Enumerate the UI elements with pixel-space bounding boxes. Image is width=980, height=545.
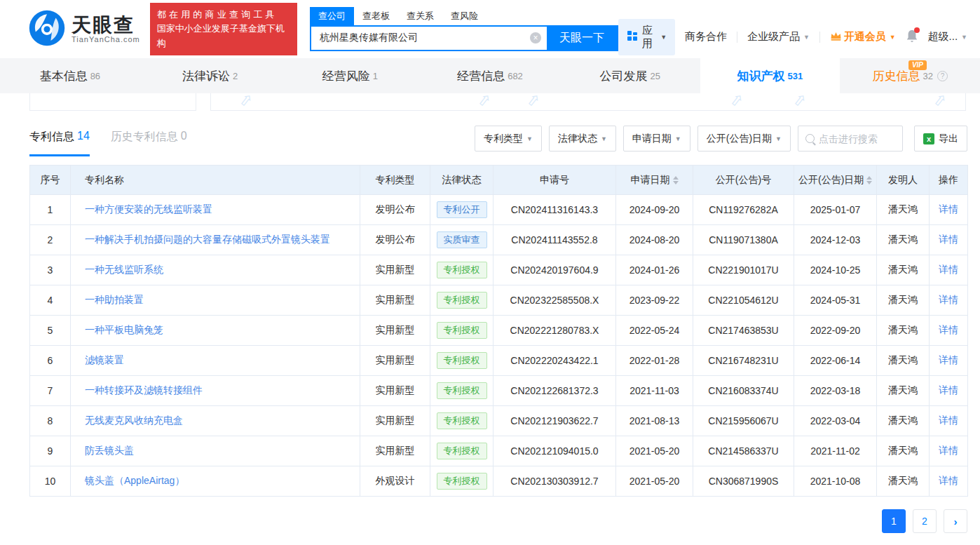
table-search-input[interactable] <box>819 133 895 144</box>
patent-name-link[interactable]: 防丢镜头盖 <box>85 445 134 456</box>
detail-link[interactable]: 详情 <box>939 234 958 245</box>
detail-link[interactable]: 详情 <box>939 475 958 486</box>
patent-name-link[interactable]: 一种平板电脑兔笼 <box>85 324 163 335</box>
cell-patent-name: 一种方便安装的无线监听装置 <box>71 195 360 225</box>
filter-patent-type[interactable]: 专利类型▼ <box>475 126 542 152</box>
table-row: 9防丢镜头盖实用新型专利授权CN202121094015.02021-05-20… <box>30 436 968 466</box>
search-tab-boss[interactable]: 查老板 <box>354 7 398 25</box>
sub-tab-patent-info[interactable]: 专利信息14 <box>29 130 90 156</box>
nav-tab-legal-litigation[interactable]: 法律诉讼2 <box>140 58 280 93</box>
cell-action: 详情 <box>930 255 968 285</box>
cell-patent-type: 实用新型 <box>360 285 430 316</box>
cell-publication-date: 2022-03-18 <box>794 376 877 406</box>
apps-grid-icon <box>627 30 638 43</box>
nav-tab-operation-info[interactable]: 经营信息682 <box>420 58 560 93</box>
sort-icon[interactable] <box>673 176 679 184</box>
cell-legal-status: 专利授权 <box>430 285 494 316</box>
detail-link[interactable]: 详情 <box>939 203 958 215</box>
menu-super-vip[interactable]: 超级... ▼ <box>928 30 967 43</box>
search-tabs: 查公司查老板查关系查风险 <box>310 8 618 25</box>
patent-name-link[interactable]: 一种解决手机拍摄问题的大容量存储磁吸式外置镜头装置 <box>85 234 330 245</box>
nav-tab-label: 法律诉讼 <box>182 68 230 84</box>
cell-application-date: 2024-09-20 <box>616 195 693 225</box>
table-search-box[interactable] <box>798 126 903 152</box>
patent-name-link[interactable]: 滤镜装置 <box>85 354 124 365</box>
export-button[interactable]: x 导出 <box>914 126 967 152</box>
pagination: 12› <box>29 509 967 533</box>
patent-name-link[interactable]: 一种无线监听系统 <box>85 264 163 275</box>
sub-tab-history-patent-info[interactable]: 历史专利信息0 <box>111 130 187 156</box>
search-tab-relation[interactable]: 查关系 <box>398 7 442 25</box>
legal-status-badge: 专利授权 <box>437 322 487 339</box>
help-icon[interactable]: ? <box>937 71 948 81</box>
table-row: 10镜头盖（AppleAirtag）外观设计专利授权CN202130303912… <box>30 466 968 497</box>
brand-name: 天眼查 <box>72 15 140 35</box>
search-tab-risk[interactable]: 查风险 <box>442 7 486 25</box>
clear-search-icon[interactable]: × <box>530 32 541 43</box>
chevron-down-icon: ▼ <box>660 34 667 41</box>
cell-patent-name: 一种平板电脑兔笼 <box>71 316 360 346</box>
menu-business-cooperation[interactable]: 商务合作 <box>685 30 727 43</box>
next-page-button[interactable]: › <box>944 509 967 533</box>
patent-name-link[interactable]: 一种助拍装置 <box>85 294 144 305</box>
detail-link[interactable]: 详情 <box>939 264 958 275</box>
nav-tab-count: 2 <box>233 71 238 81</box>
cell-inventor: 潘天鸿 <box>877 436 930 466</box>
vip-badge: VIP <box>908 60 927 70</box>
nav-tab-basic-info[interactable]: 基本信息86 <box>0 58 140 93</box>
excel-icon: x <box>923 133 934 144</box>
filter-legal-status[interactable]: 法律状态▼ <box>549 126 616 152</box>
filter-label: 专利类型 <box>484 133 523 145</box>
column-header-label: 申请号 <box>540 174 569 185</box>
cell-application-date: 2023-09-22 <box>616 285 693 316</box>
nav-tab-history-info[interactable]: 历史信息32VIP? <box>840 58 980 93</box>
cell-legal-status: 专利授权 <box>430 436 494 466</box>
cell-inventor: 潘天鸿 <box>877 285 930 316</box>
sort-icon[interactable] <box>866 176 872 184</box>
nav-tab-intellectual-property[interactable]: 知识产权531 <box>700 58 841 93</box>
watermark-icon: ⇧ <box>726 93 747 111</box>
detail-link[interactable]: 详情 <box>939 294 958 305</box>
search-input[interactable] <box>311 27 547 50</box>
notification-bell-icon[interactable] <box>906 29 918 46</box>
cell-publication-date: 2024-10-25 <box>794 255 877 285</box>
top-menu: 应用 ▼ 商务合作 企业级产品 ▼ 开通会员 ▼ 超级... ▼ <box>618 19 967 55</box>
filter-apply-date[interactable]: 申请日期▼ <box>623 126 690 152</box>
cell-index: 9 <box>30 436 71 466</box>
cell-application-no: CN202221280783.X <box>494 316 616 346</box>
table-row: 6滤镜装置实用新型专利授权CN202220243422.12022-01-28C… <box>30 346 968 376</box>
patent-name-link[interactable]: 一种方便安装的无线监听装置 <box>85 203 212 215</box>
cell-publication-no: CN215956067U <box>693 406 794 436</box>
patent-name-link[interactable]: 镜头盖（AppleAirtag） <box>85 475 184 486</box>
tianyancha-logo[interactable]: 天眼查 TianYanCha.com <box>28 9 140 50</box>
detail-link[interactable]: 详情 <box>939 354 958 365</box>
patent-name-link[interactable]: 一种转接环及滤镜转接组件 <box>85 384 203 396</box>
filter-publish-date[interactable]: 公开(公告)日期▼ <box>697 126 791 152</box>
cell-legal-status: 专利授权 <box>430 255 494 285</box>
column-header: 序号 <box>30 166 71 195</box>
nav-tab-count: 531 <box>788 71 803 81</box>
nav-tab-operation-risk[interactable]: 经营风险1 <box>280 58 420 93</box>
menu-enterprise-products[interactable]: 企业级产品 ▼ <box>747 30 810 43</box>
menu-vip-upgrade[interactable]: 开通会员 ▼ <box>830 30 896 43</box>
legal-status-badge: 专利授权 <box>437 352 487 370</box>
search-tab-company[interactable]: 查公司 <box>310 7 354 25</box>
apps-menu[interactable]: 应用 ▼ <box>618 19 675 55</box>
detail-link[interactable]: 详情 <box>939 384 958 396</box>
cell-patent-name: 防丢镜头盖 <box>71 436 360 466</box>
cell-patent-name: 一种转接环及滤镜转接组件 <box>71 376 360 406</box>
page-button-2[interactable]: 2 <box>913 509 937 533</box>
nav-tab-label: 公司发展 <box>600 68 648 84</box>
cell-publication-no: CN306871990S <box>693 466 794 497</box>
detail-link[interactable]: 详情 <box>939 415 958 426</box>
column-header-label: 序号 <box>41 174 60 185</box>
nav-tab-count: 32 <box>923 71 932 81</box>
detail-link[interactable]: 详情 <box>939 324 958 335</box>
detail-link[interactable]: 详情 <box>939 445 958 456</box>
search-button[interactable]: 天眼一下 <box>547 27 617 50</box>
cell-application-no: CN202420197604.9 <box>494 255 616 285</box>
nav-tab-company-development[interactable]: 公司发展25 <box>560 58 700 93</box>
legal-status-badge: 专利授权 <box>437 382 487 400</box>
patent-name-link[interactable]: 无线麦克风收纳充电盒 <box>85 415 183 426</box>
page-button-1[interactable]: 1 <box>882 509 906 533</box>
